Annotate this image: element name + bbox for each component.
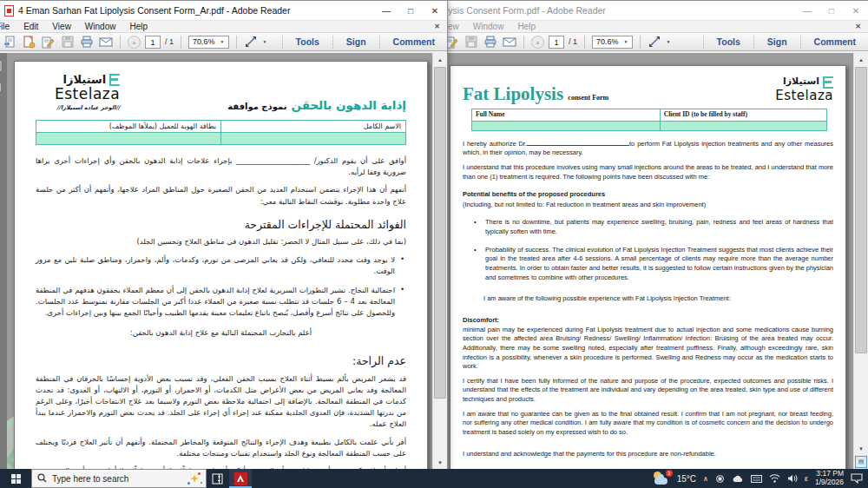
copilot-sparkle-icon[interactable] — [188, 472, 201, 485]
temperature-label[interactable]: 15°C — [677, 474, 696, 484]
form-title: Fat Lipolysis consent Form — [463, 85, 608, 103]
close-button[interactable]: ✕ — [423, 1, 447, 20]
scroll-down-icon[interactable]: ▼ — [433, 456, 447, 469]
task-view-button[interactable] — [207, 469, 229, 488]
menu-help[interactable]: Help — [129, 22, 148, 31]
benefits-note: (Including, but not limited to: Fat redu… — [463, 201, 833, 210]
client-id-label: بطاقة الهوية للعميل (يملأها الموظف) — [36, 121, 221, 133]
form-title-arabic: إذابة الدهون بالحقن نموذج موافقة — [227, 96, 406, 113]
start-button[interactable] — [0, 469, 31, 488]
email-icon[interactable] — [502, 35, 516, 49]
menubar-left: File Edit View Window Help ✕ — [0, 20, 447, 33]
minimize-button[interactable]: — — [374, 1, 398, 20]
action-center-icon[interactable] — [851, 473, 863, 484]
volume-icon[interactable] — [787, 474, 798, 483]
page-up-icon[interactable]: ▲ — [531, 36, 544, 49]
onedrive-cloud-icon[interactable] — [732, 475, 744, 483]
menu-view[interactable]: View — [52, 22, 71, 31]
bullet-icon: • — [474, 246, 477, 255]
menubar-close-icon[interactable]: ✕ — [855, 23, 861, 30]
benefits-heading: الفوائد المحتملة للإجراءات المقترحة — [36, 216, 406, 233]
menu-edit[interactable]: Edit — [23, 22, 38, 31]
paragraph: minimal pain may be experienced during F… — [463, 326, 833, 372]
zoom-level-select[interactable]: 70.6%▼ — [188, 36, 228, 49]
page-up-icon[interactable]: ▲ — [128, 36, 141, 49]
titlebar-left[interactable]: 4 Eman Sarhan Fat Lipolysis Consent Form… — [0, 1, 447, 20]
tools-button[interactable]: Tools — [287, 36, 328, 47]
full-name-field[interactable] — [472, 121, 661, 130]
save-as-icon[interactable] — [22, 35, 36, 49]
menu-window[interactable]: Window — [473, 22, 504, 31]
scroll-up-icon[interactable]: ▲ — [854, 53, 868, 66]
pdf-page-english: Fat Lipolysis consent Form استيلازا Este… — [450, 65, 846, 469]
menu-window[interactable]: Window — [85, 22, 116, 31]
maximize-button[interactable]: □ — [398, 1, 423, 20]
chevron-down-icon: ▼ — [220, 39, 225, 44]
logo-tagline: //الوجر عيادة استيلازا// — [55, 104, 120, 111]
vertical-scrollbar[interactable]: ▲ ▼ ▤ — [853, 53, 868, 469]
maximize-button[interactable]: □ — [819, 1, 844, 20]
window-title-right: lysis Consent Form.pdf - Adobe Reader — [446, 5, 795, 16]
zoom-level-select[interactable]: 70.6%▼ — [592, 36, 632, 49]
menu-help[interactable]: Help — [517, 22, 536, 31]
client-id-field[interactable] — [660, 121, 826, 130]
paragraph: I understand that this procedure involve… — [463, 163, 833, 181]
sign-page-icon[interactable] — [41, 35, 56, 49]
fit-window-icon[interactable] — [244, 35, 259, 49]
bullet-item: •احتمالية النجاح. تشير التطورات السريرية… — [36, 285, 406, 320]
weather-icon[interactable]: 3 — [653, 472, 670, 485]
page-number-input[interactable]: 1 — [549, 36, 564, 49]
comment-button[interactable]: Comment — [385, 36, 444, 47]
benefits-note: (بما في ذلك، على سبيل المثال لا الحصر: ت… — [36, 236, 406, 247]
taskbar-search-input[interactable]: Type here to search — [31, 469, 207, 488]
print-icon[interactable] — [483, 35, 497, 49]
toolbar-more-icon[interactable]: ▼ — [667, 39, 671, 44]
bullet-item: •There is no downtime, but patients may … — [463, 218, 833, 236]
adobe-reader-taskbar-button[interactable] — [229, 469, 252, 488]
menu-file[interactable]: File — [0, 22, 10, 31]
scrollbar-thumb[interactable] — [434, 67, 446, 399]
page-thumbnails-icon[interactable] — [0, 60, 3, 71]
menu-view-partial[interactable]: ew — [448, 22, 459, 31]
comment-button[interactable]: Comment — [806, 36, 865, 47]
paragraph: أتفهم أن هذا الإجراء يتضمن استخدام العدي… — [36, 184, 406, 207]
sign-button[interactable]: Sign — [338, 36, 375, 47]
menubar-close-icon[interactable]: ✕ — [434, 23, 440, 30]
bullet-item: •لا يوجد وقت محدد للتعافي، ولكن قد يعاني… — [36, 254, 406, 277]
close-button[interactable]: ✕ — [844, 1, 868, 20]
toolbar-more-icon[interactable]: ▼ — [263, 39, 267, 44]
tools-button[interactable]: Tools — [708, 36, 749, 47]
scrollbar-thumb[interactable] — [855, 67, 867, 353]
show-hidden-icons-chevron[interactable]: ∧ — [703, 475, 708, 483]
fit-window-icon[interactable] — [648, 35, 662, 49]
page-number-input[interactable]: 1 — [145, 36, 161, 49]
document-area-left: استيلازا Estelaza //الوجر عيادة استيلازا… — [0, 53, 447, 469]
doctor-name-blank[interactable] — [527, 140, 629, 146]
pdf-document-icon — [4, 5, 14, 16]
wifi-icon[interactable] — [769, 474, 780, 483]
save-icon[interactable] — [464, 35, 478, 49]
titlebar-right[interactable]: lysis Consent Form.pdf - Adobe Reader — … — [441, 1, 868, 20]
scroll-up-icon[interactable]: ▲ — [433, 53, 447, 66]
language-indicator[interactable]: ε — [805, 474, 808, 483]
full-name-field[interactable] — [221, 133, 406, 145]
touch-keyboard-icon[interactable] — [751, 475, 762, 483]
menubar-right: ew Window Help ✕ — [441, 20, 868, 33]
attachments-paperclip-icon[interactable] — [0, 82, 3, 93]
print-icon[interactable] — [79, 35, 94, 49]
client-id-field[interactable] — [36, 133, 221, 145]
paragraph: I hereby authorize Dr.to perform Fat Lip… — [463, 140, 833, 158]
scroll-mode-button[interactable]: ▤ — [855, 456, 867, 468]
minimize-button[interactable]: — — [795, 1, 819, 20]
open-file-icon[interactable] — [3, 35, 17, 49]
save-icon[interactable] — [60, 35, 75, 49]
clock[interactable]: 3:17 PM 1/9/2026 — [815, 470, 844, 487]
vertical-scrollbar[interactable]: ▲ ▼ — [432, 53, 447, 469]
notification-badge: 3 — [666, 470, 673, 477]
page-total-label: / 1 — [569, 37, 577, 46]
windows-update-icon[interactable] — [715, 474, 725, 484]
scroll-down-icon[interactable]: ▼ — [854, 442, 868, 455]
search-placeholder: Type here to search — [52, 474, 183, 484]
sign-button[interactable]: Sign — [759, 36, 796, 47]
email-icon[interactable] — [98, 35, 113, 49]
